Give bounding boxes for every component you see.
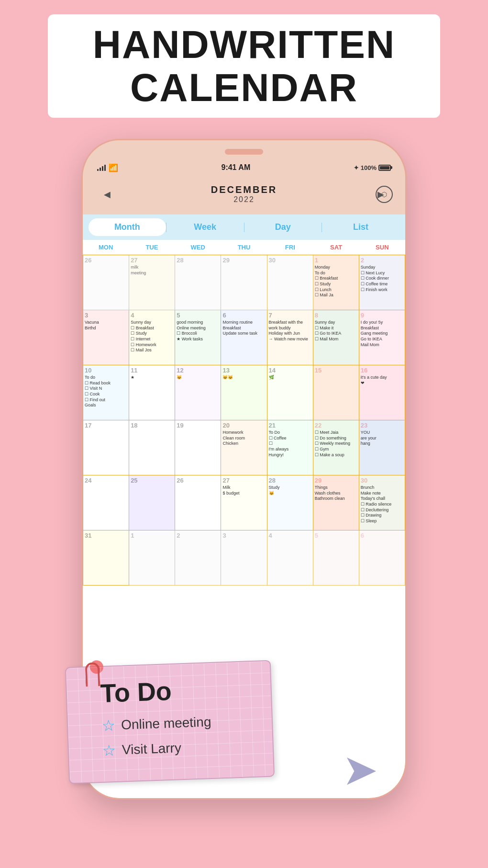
cell-content: Breakfast with the work buddy Holiday wi…: [269, 320, 311, 342]
prev-month-button[interactable]: ◀: [97, 189, 117, 200]
cell-content: Sunny day ☐ Make it ☐ Go to IKEA ☐ Mail …: [315, 320, 357, 342]
tab-month[interactable]: Month: [89, 218, 166, 236]
battery-percent: 100%: [361, 164, 377, 171]
cell-content: To Do ☐ Coffee ☐ I'm always Hungry!: [269, 430, 311, 458]
cell-content: 🐱: [177, 375, 219, 381]
paperclip-icon: [85, 662, 100, 687]
calendar-cell[interactable]: 25: [129, 475, 175, 530]
calendar-cell[interactable]: 29Things Wash clothes Bathroom clean: [313, 475, 359, 530]
todo-item-1: ☆ Online meeting: [101, 711, 258, 735]
calendar-cell[interactable]: 30: [267, 255, 313, 310]
cell-content: 🌿: [269, 375, 311, 381]
year-display: 2022: [117, 195, 371, 204]
tab-week[interactable]: Week: [166, 218, 244, 236]
cell-content: I do you! 5y Breakfast Gang meeting Go t…: [361, 320, 403, 348]
cell-content: milk meeting: [131, 265, 173, 276]
calendar-cell[interactable]: 9I do you! 5y Breakfast Gang meeting Go …: [359, 310, 405, 365]
calendar-cell[interactable]: 6Morning routine Breakfast Update some t…: [221, 310, 267, 365]
calendar-cell[interactable]: 20Homework Clean room Chicken: [221, 420, 267, 475]
calendar-cell[interactable]: 11★: [129, 365, 175, 420]
calendar-cell[interactable]: 13🐱🐱: [221, 365, 267, 420]
cell-content: Study 🐱: [269, 485, 311, 496]
tab-day[interactable]: Day: [244, 218, 322, 236]
calendar-cell[interactable]: 6: [359, 530, 405, 586]
tab-list[interactable]: List: [322, 218, 399, 236]
cell-content: To do ☐ Read book ☐ Visit N ☐ Cook ☐ Fin…: [85, 375, 127, 408]
cell-content: Milk $ budget: [222, 485, 265, 496]
title-area: HANDWRITTEN CALENDAR: [48, 14, 440, 118]
calendar-cell[interactable]: 12🐱: [175, 365, 221, 420]
view-tabs: Month Week Day List: [83, 214, 405, 240]
calendar-cell[interactable]: 28Study 🐱: [267, 475, 313, 530]
calendar-cell[interactable]: 3: [221, 530, 267, 586]
calendar-cell[interactable]: 10To do ☐ Read book ☐ Visit N ☐ Cook ☐ F…: [83, 365, 129, 420]
calendar-cell[interactable]: 2: [175, 530, 221, 586]
calendar-cell[interactable]: 28: [175, 255, 221, 310]
cell-content: Sunday ☐ Next Lucy ☐ Cook dinner ☐ Coffe…: [361, 265, 403, 293]
calendar-cell[interactable]: 24: [83, 475, 129, 530]
day-header-sun: SUN: [359, 242, 405, 253]
todo-star-2: ☆: [102, 741, 116, 760]
day-headers: MON TUE WED THU FRI SAT SUN: [83, 240, 405, 255]
calendar-cell[interactable]: 27milk meeting: [129, 255, 175, 310]
cell-content: ★: [131, 375, 173, 381]
calendar-cell[interactable]: 14🌿: [267, 365, 313, 420]
todo-item-2-text: Visit Larry: [122, 740, 181, 757]
status-right: ✦ 100%: [354, 164, 391, 171]
calendar-cell[interactable]: 15: [313, 365, 359, 420]
cell-content: Vacuna Birthd: [85, 320, 127, 331]
calendar-cell[interactable]: 7Breakfast with the work buddy Holiday w…: [267, 310, 313, 365]
calendar-cell[interactable]: 23YOU are your hang: [359, 420, 405, 475]
bluetooth-icon: ✦: [354, 164, 359, 171]
status-bar: 📶 9:41 AM ✦ 100%: [97, 160, 391, 175]
wifi-icon: 📶: [109, 163, 118, 172]
calendar-cell[interactable]: 26: [83, 255, 129, 310]
day-header-thu: THU: [221, 242, 267, 253]
todo-note: To Do ☆ Online meeting ☆ Visit Larry: [65, 660, 275, 784]
title-brush: HANDWRITTEN CALENDAR: [48, 14, 440, 118]
cell-content: Morning routine Breakfast Update some ta…: [222, 320, 265, 337]
calendar-cell[interactable]: 29: [221, 255, 267, 310]
calendar-cell[interactable]: 31: [83, 530, 129, 586]
month-name: DECEMBER: [117, 184, 371, 195]
settings-icon[interactable]: ⬡: [376, 186, 393, 203]
calendar-cell[interactable]: 4: [267, 530, 313, 586]
calendar-cell[interactable]: 27Milk $ budget: [221, 475, 267, 530]
calendar-cell[interactable]: 26: [175, 475, 221, 530]
cell-content: good morning Online meeting ☐ Broccoli ★…: [177, 320, 219, 342]
day-header-fri: FRI: [267, 242, 313, 253]
day-header-mon: MON: [83, 242, 129, 253]
calendar-cell[interactable]: 22☐ Meet Jaia ☐ Do something ☐ Weekly me…: [313, 420, 359, 475]
calendar-cell[interactable]: 18: [129, 420, 175, 475]
app-title: HANDWRITTEN CALENDAR: [67, 23, 421, 109]
cell-content: Monday To do ☐ Breakfast ☐ Study ☐ Lunch…: [315, 265, 357, 298]
calendar-cell[interactable]: 8Sunny day ☐ Make it ☐ Go to IKEA ☐ Mail…: [313, 310, 359, 365]
battery-icon: [378, 165, 391, 171]
cell-content: ☐ Meet Jaia ☐ Do something ☐ Weekly meet…: [315, 430, 357, 458]
todo-star-1: ☆: [101, 716, 116, 735]
calendar-cell[interactable]: 5: [313, 530, 359, 586]
calendar-cell[interactable]: 1Monday To do ☐ Breakfast ☐ Study ☐ Lunc…: [313, 255, 359, 310]
calendar-cell[interactable]: 5good morning Online meeting ☐ Broccoli …: [175, 310, 221, 365]
calendar-cell[interactable]: 21To Do ☐ Coffee ☐ I'm always Hungry!: [267, 420, 313, 475]
todo-title: To Do: [100, 673, 257, 708]
calendar-header: ◀ DECEMBER 2022 ▶ ⬡: [83, 178, 405, 212]
calendar-cell[interactable]: 19: [175, 420, 221, 475]
status-left: 📶: [97, 163, 118, 172]
calendar-cell[interactable]: 4Sunny day ☐ Breakfast ☐ Study ☐ Interne…: [129, 310, 175, 365]
calendar-cell[interactable]: 30Brunch Make note Today's chall ☐ Radio…: [359, 475, 405, 530]
calendar-cell[interactable]: 17: [83, 420, 129, 475]
arrow-decoration: ➤: [342, 744, 378, 795]
calendar-cell[interactable]: 1: [129, 530, 175, 586]
calendar-cell[interactable]: 16it's a cute day ❤: [359, 365, 405, 420]
cell-content: Sunny day ☐ Breakfast ☐ Study ☐ Internet…: [131, 320, 173, 353]
cell-content: Things Wash clothes Bathroom clean: [315, 485, 357, 502]
cell-content: YOU are your hang: [361, 430, 403, 447]
phone-notch: [225, 149, 263, 155]
calendar-cell[interactable]: 3Vacuna Birthd: [83, 310, 129, 365]
cell-content: Brunch Make note Today's chall ☐ Radio s…: [361, 485, 403, 524]
cell-content: it's a cute day ❤: [361, 375, 403, 386]
calendar-cell[interactable]: 2Sunday ☐ Next Lucy ☐ Cook dinner ☐ Coff…: [359, 255, 405, 310]
day-header-sat: SAT: [313, 242, 359, 253]
todo-item-1-text: Online meeting: [121, 714, 211, 733]
